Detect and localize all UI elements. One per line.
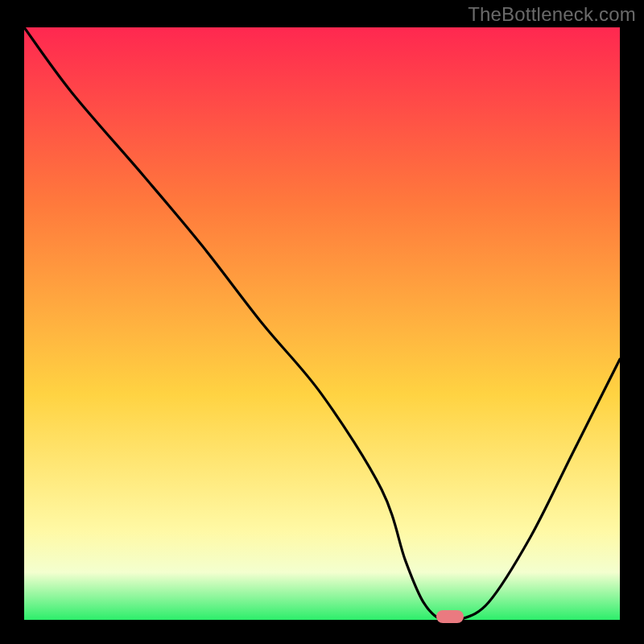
plot-area [24, 27, 620, 620]
heat-rect [24, 27, 620, 620]
attribution-text: TheBottleneck.com [468, 3, 636, 26]
plot-svg [24, 27, 620, 620]
chart-frame: TheBottleneck.com [0, 0, 644, 644]
